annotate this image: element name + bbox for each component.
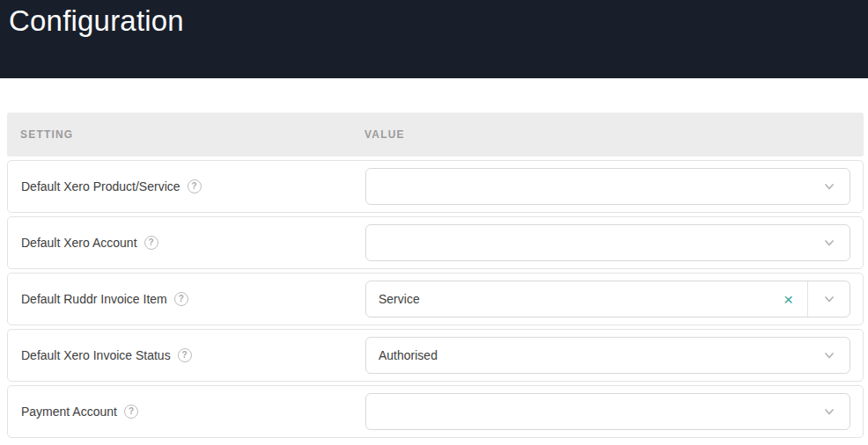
- chevron-down-icon[interactable]: [808, 225, 850, 260]
- chevron-down-icon[interactable]: [808, 338, 850, 373]
- chevron-down-icon[interactable]: [808, 394, 850, 429]
- setting-label-cell: Default Xero Product/Service ?: [8, 179, 365, 193]
- setting-label-cell: Default Xero Invoice Status ?: [8, 348, 365, 362]
- table-row: Payment Account ? ×: [7, 385, 864, 438]
- value-select[interactable]: ×: [365, 168, 850, 205]
- setting-label: Payment Account: [21, 405, 117, 419]
- table-body: Default Xero Product/Service ? × Default…: [7, 160, 864, 438]
- setting-label: Default Xero Invoice Status: [21, 348, 171, 362]
- value-select[interactable]: Service ×: [365, 281, 850, 317]
- help-icon[interactable]: ?: [124, 405, 138, 419]
- table-row: Default Xero Account ? ×: [7, 216, 864, 269]
- value-cell: Authorised ×: [365, 337, 863, 374]
- help-icon[interactable]: ?: [188, 179, 202, 193]
- page-title: Configuration: [9, 2, 868, 40]
- value-select[interactable]: ×: [365, 393, 850, 430]
- column-header-setting: SETTING: [7, 128, 364, 141]
- select-value: Service: [366, 281, 776, 317]
- table-header-row: SETTING VALUE: [7, 113, 864, 157]
- value-cell: ×: [365, 224, 863, 261]
- setting-label-cell: Payment Account ?: [8, 405, 365, 419]
- help-icon[interactable]: ?: [178, 348, 192, 362]
- value-cell: ×: [365, 168, 863, 205]
- chevron-down-icon[interactable]: [808, 281, 850, 317]
- select-value: [366, 169, 808, 204]
- help-icon[interactable]: ?: [174, 292, 188, 306]
- value-select[interactable]: ×: [365, 224, 850, 261]
- configuration-table: SETTING VALUE Default Xero Product/Servi…: [7, 113, 864, 438]
- setting-label-cell: Default Ruddr Invoice Item ?: [8, 292, 365, 306]
- table-row: Default Xero Product/Service ? ×: [7, 160, 864, 213]
- select-value: Authorised: [366, 338, 808, 373]
- column-header-value: VALUE: [364, 128, 864, 141]
- setting-label: Default Xero Product/Service: [21, 179, 180, 193]
- setting-label: Default Xero Account: [21, 236, 137, 250]
- table-row: Default Ruddr Invoice Item ? Service ×: [7, 273, 864, 325]
- setting-label: Default Ruddr Invoice Item: [21, 292, 167, 306]
- help-icon[interactable]: ?: [144, 236, 158, 250]
- clear-icon[interactable]: ×: [776, 281, 807, 317]
- select-value: [366, 394, 808, 429]
- chevron-down-icon[interactable]: [808, 169, 850, 204]
- value-cell: ×: [365, 393, 863, 430]
- table-row: Default Xero Invoice Status ? Authorised…: [7, 329, 864, 382]
- setting-label-cell: Default Xero Account ?: [8, 236, 365, 250]
- select-value: [366, 225, 808, 260]
- page-header: Configuration: [0, 0, 868, 78]
- value-cell: Service ×: [365, 281, 863, 317]
- value-select[interactable]: Authorised ×: [365, 337, 850, 374]
